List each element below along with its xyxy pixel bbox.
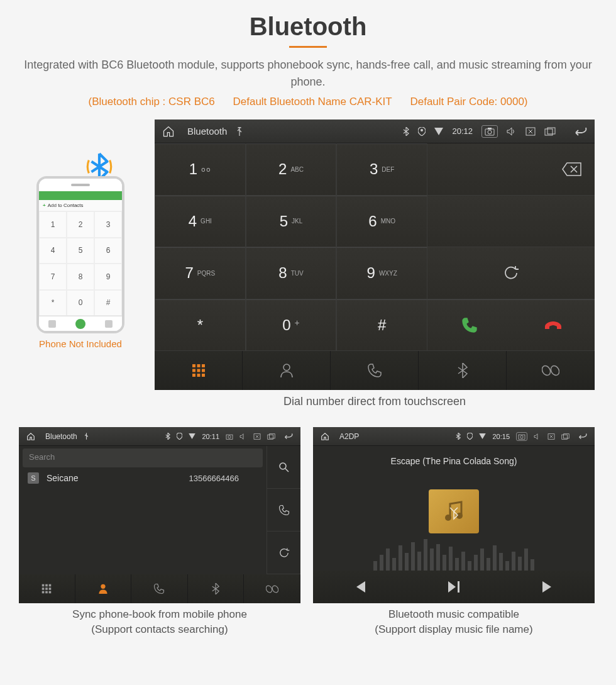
- nav-bluetooth[interactable]: [188, 574, 245, 603]
- home-icon[interactable]: [321, 432, 329, 441]
- call-contact-button[interactable]: [267, 489, 300, 532]
- nav-recent-calls[interactable]: [331, 351, 419, 390]
- svg-rect-9: [202, 364, 205, 367]
- svg-rect-13: [192, 374, 195, 377]
- app-name: Bluetooth: [45, 432, 77, 441]
- contact-row[interactable]: S Seicane 13566664466: [19, 467, 267, 489]
- key-8[interactable]: 8TUV: [246, 247, 337, 299]
- svg-rect-26: [45, 584, 48, 587]
- key-5[interactable]: 5JKL: [246, 196, 337, 248]
- phone-add-contacts: Add to Contacts: [39, 200, 122, 211]
- svg-rect-40: [562, 435, 568, 439]
- wifi-icon: [479, 433, 486, 439]
- page-title: Bluetooth: [19, 13, 597, 41]
- backspace-button[interactable]: [427, 143, 595, 196]
- key-9[interactable]: 9WXYZ: [336, 247, 427, 299]
- volume-icon[interactable]: [507, 127, 517, 136]
- track-title: Escape (The Pina Colada Song): [391, 456, 517, 466]
- dial-keypad: 1ᴏᴏ 2ABC 3DEF 4GHI 5JKL 6MNO 7PQRS 8TUV …: [155, 143, 427, 351]
- call-button[interactable]: [427, 300, 511, 351]
- nav-pair[interactable]: [244, 574, 300, 603]
- nav-contacts[interactable]: [243, 351, 331, 390]
- svg-rect-25: [42, 584, 45, 587]
- close-icon[interactable]: [547, 433, 555, 440]
- volume-icon[interactable]: [239, 433, 247, 440]
- play-pause-button[interactable]: [407, 571, 500, 603]
- svg-rect-27: [49, 584, 52, 587]
- key-7[interactable]: 7PQRS: [155, 247, 246, 299]
- contact-name: Seicane: [47, 473, 79, 483]
- home-icon[interactable]: [26, 432, 35, 441]
- svg-rect-32: [45, 591, 48, 594]
- screenshot-icon[interactable]: [226, 433, 233, 440]
- svg-rect-41: [564, 433, 569, 438]
- key-star[interactable]: *: [155, 299, 246, 352]
- bluetooth-status-icon: [403, 127, 409, 136]
- phone-caption: Phone Not Included: [39, 338, 122, 349]
- phonebook-screen: Bluetooth 20:11 Search S Seicane: [19, 427, 300, 603]
- svg-rect-22: [268, 435, 273, 439]
- svg-rect-8: [197, 364, 200, 367]
- nav-keypad[interactable]: [155, 351, 243, 390]
- svg-rect-29: [45, 588, 48, 590]
- location-icon: [177, 433, 182, 440]
- back-icon[interactable]: [571, 126, 587, 136]
- key-1[interactable]: 1ᴏᴏ: [155, 143, 246, 196]
- back-icon[interactable]: [576, 433, 587, 440]
- svg-rect-30: [49, 588, 52, 590]
- svg-point-0: [421, 129, 423, 131]
- svg-point-2: [488, 130, 492, 134]
- svg-rect-23: [270, 433, 275, 438]
- volume-icon[interactable]: [534, 433, 541, 440]
- wifi-icon: [189, 433, 195, 439]
- nav-contacts[interactable]: [75, 574, 132, 603]
- close-icon[interactable]: [253, 433, 261, 440]
- album-art: [429, 489, 479, 533]
- svg-point-16: [283, 364, 290, 370]
- svg-rect-31: [42, 591, 45, 594]
- prev-button[interactable]: [313, 571, 407, 603]
- bluetooth-status-icon: [456, 433, 461, 440]
- sync-button[interactable]: [267, 532, 300, 574]
- refresh-button[interactable]: [427, 247, 595, 299]
- usb-icon: [236, 127, 243, 136]
- music-controls: [313, 571, 595, 603]
- back-icon[interactable]: [282, 433, 293, 440]
- key-0[interactable]: 0+: [246, 299, 337, 352]
- next-button[interactable]: [501, 571, 595, 603]
- svg-rect-3: [488, 128, 492, 130]
- dialer-caption: Dial number direct from touchscreen: [155, 395, 595, 408]
- hangup-button[interactable]: [511, 300, 595, 351]
- svg-point-17: [542, 365, 552, 376]
- bluetooth-info: (Bluetooth chip : CSR BC6 Default Blueto…: [19, 96, 597, 108]
- contact-number: 13566664466: [189, 474, 239, 483]
- nav-pair[interactable]: [507, 351, 595, 390]
- search-button[interactable]: [267, 446, 300, 489]
- recent-apps-icon[interactable]: [561, 433, 569, 440]
- key-2[interactable]: 2ABC: [246, 143, 337, 196]
- search-input[interactable]: Search: [23, 448, 263, 467]
- screenshot-icon[interactable]: [516, 432, 527, 441]
- key-3[interactable]: 3DEF: [336, 143, 427, 196]
- music-caption: Bluetooth music compatible (Support disp…: [313, 607, 595, 637]
- home-icon[interactable]: [162, 125, 175, 138]
- location-icon: [467, 433, 473, 440]
- info-chip: (Bluetooth chip : CSR BC6: [88, 96, 214, 108]
- svg-rect-15: [202, 374, 205, 377]
- info-code: Default Pair Code: 0000): [410, 96, 527, 108]
- svg-rect-7: [192, 364, 195, 367]
- nav-keypad[interactable]: [19, 574, 75, 603]
- key-6[interactable]: 6MNO: [336, 196, 427, 248]
- svg-point-20: [228, 435, 231, 438]
- nav-recent-calls[interactable]: [131, 574, 188, 603]
- key-hash[interactable]: #: [336, 299, 427, 352]
- key-4[interactable]: 4GHI: [155, 196, 246, 248]
- nav-bluetooth[interactable]: [419, 351, 507, 390]
- recent-apps-icon[interactable]: [544, 127, 556, 136]
- svg-point-18: [549, 365, 559, 376]
- close-icon[interactable]: [525, 127, 536, 136]
- screenshot-icon[interactable]: [481, 125, 498, 138]
- status-bar: Bluetooth 20:12: [155, 120, 595, 143]
- wifi-icon: [434, 128, 443, 135]
- recent-apps-icon[interactable]: [267, 433, 275, 440]
